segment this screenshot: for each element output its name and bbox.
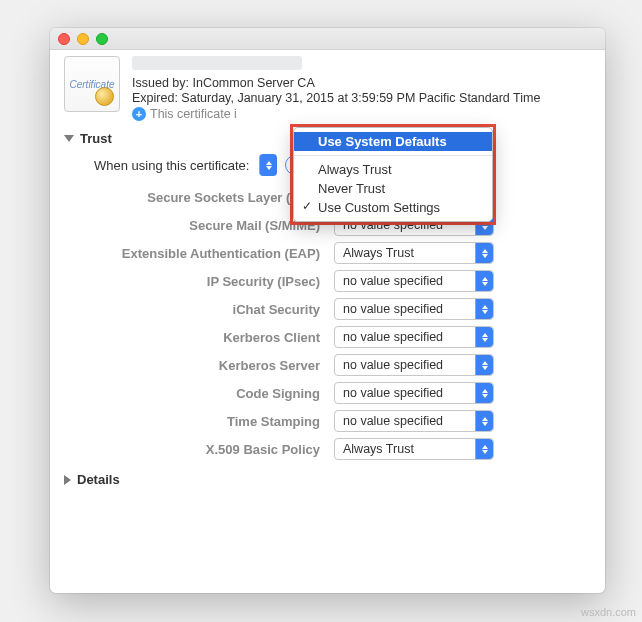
menu-always-trust[interactable]: Always Trust bbox=[294, 160, 492, 179]
trust-field-value: no value specified bbox=[343, 358, 443, 372]
menu-use-custom-settings[interactable]: Use Custom Settings bbox=[294, 198, 492, 217]
certificate-header: Issued by: InCommon Server CA Expired: S… bbox=[132, 56, 591, 121]
trust-field-value: no value specified bbox=[343, 274, 443, 288]
trust-field-dropdown[interactable]: no value specified bbox=[334, 410, 494, 432]
trust-field-label: Kerberos Server bbox=[64, 358, 334, 373]
trust-field-value: no value specified bbox=[343, 386, 443, 400]
trust-field-label: Kerberos Client bbox=[64, 330, 334, 345]
plus-icon: + bbox=[132, 107, 146, 121]
trust-field-row: Extensible Authentication (EAP)Always Tr… bbox=[64, 242, 591, 264]
trust-fields: Secure Sockets Layer (SSL)no value speci… bbox=[64, 186, 591, 460]
trust-field-row: Time Stampingno value specified bbox=[64, 410, 591, 432]
trust-field-label: Time Stamping bbox=[64, 414, 334, 429]
trust-field-value: Always Trust bbox=[343, 442, 414, 456]
watermark: wsxdn.com bbox=[581, 606, 636, 618]
menu-separator bbox=[294, 155, 492, 156]
trust-field-dropdown[interactable]: no value specified bbox=[334, 354, 494, 376]
certificate-icon: Certificate bbox=[64, 56, 120, 112]
chevron-updown-icon bbox=[475, 243, 493, 263]
trust-field-label: IP Security (IPsec) bbox=[64, 274, 334, 289]
chevron-updown-icon bbox=[475, 355, 493, 375]
chevron-down-icon bbox=[64, 135, 74, 142]
certificate-window: Certificate Issued by: InCommon Server C… bbox=[50, 28, 605, 593]
chevron-updown-icon bbox=[475, 411, 493, 431]
window-titlebar bbox=[50, 28, 605, 50]
maximize-icon[interactable] bbox=[96, 33, 108, 45]
details-section-header[interactable]: Details bbox=[64, 472, 591, 487]
certificate-name-redacted bbox=[132, 56, 302, 70]
chevron-right-icon bbox=[64, 475, 71, 485]
trust-field-value: no value specified bbox=[343, 302, 443, 316]
trust-field-value: no value specified bbox=[343, 330, 443, 344]
trust-field-label: Code Signing bbox=[64, 386, 334, 401]
trust-field-label: X.509 Basic Policy bbox=[64, 442, 334, 457]
trust-field-value: no value specified bbox=[343, 414, 443, 428]
trust-field-dropdown[interactable]: no value specified bbox=[334, 298, 494, 320]
close-icon[interactable] bbox=[58, 33, 70, 45]
trust-field-dropdown[interactable]: no value specified bbox=[334, 382, 494, 404]
trust-field-dropdown[interactable]: Always Trust bbox=[334, 438, 494, 460]
trust-field-dropdown[interactable]: no value specified bbox=[334, 326, 494, 348]
trust-main-dropdown-hidden[interactable] bbox=[257, 154, 277, 176]
chevron-updown-icon bbox=[475, 383, 493, 403]
expired-line: Expired: Saturday, January 31, 2015 at 3… bbox=[132, 91, 591, 105]
chevron-updown-icon bbox=[475, 327, 493, 347]
trust-field-dropdown[interactable]: Always Trust bbox=[334, 242, 494, 264]
trust-popup-highlight: Use System Defaults Always Trust Never T… bbox=[290, 124, 496, 225]
trust-field-label: iChat Security bbox=[64, 302, 334, 317]
trust-field-row: Code Signingno value specified bbox=[64, 382, 591, 404]
trust-field-dropdown[interactable]: no value specified bbox=[334, 270, 494, 292]
trust-section-title: Trust bbox=[80, 131, 112, 146]
trust-popup-menu[interactable]: Use System Defaults Always Trust Never T… bbox=[293, 127, 493, 222]
chevron-updown-icon bbox=[475, 271, 493, 291]
details-section-title: Details bbox=[77, 472, 120, 487]
trust-field-row: Kerberos Serverno value specified bbox=[64, 354, 591, 376]
validity-line: + This certificate i bbox=[132, 107, 591, 121]
menu-use-system-defaults[interactable]: Use System Defaults bbox=[294, 132, 492, 151]
issued-by-line: Issued by: InCommon Server CA bbox=[132, 76, 591, 90]
trust-field-label: Extensible Authentication (EAP) bbox=[64, 246, 334, 261]
trust-field-row: IP Security (IPsec)no value specified bbox=[64, 270, 591, 292]
trust-field-row: X.509 Basic PolicyAlways Trust bbox=[64, 438, 591, 460]
chevron-updown-icon bbox=[475, 439, 493, 459]
window-content: Certificate Issued by: InCommon Server C… bbox=[50, 50, 605, 497]
chevron-updown-icon bbox=[475, 299, 493, 319]
trust-field-value: Always Trust bbox=[343, 246, 414, 260]
menu-never-trust[interactable]: Never Trust bbox=[294, 179, 492, 198]
trust-field-row: iChat Securityno value specified bbox=[64, 298, 591, 320]
when-using-label: When using this certificate: bbox=[94, 158, 249, 173]
trust-field-row: Kerberos Clientno value specified bbox=[64, 326, 591, 348]
minimize-icon[interactable] bbox=[77, 33, 89, 45]
